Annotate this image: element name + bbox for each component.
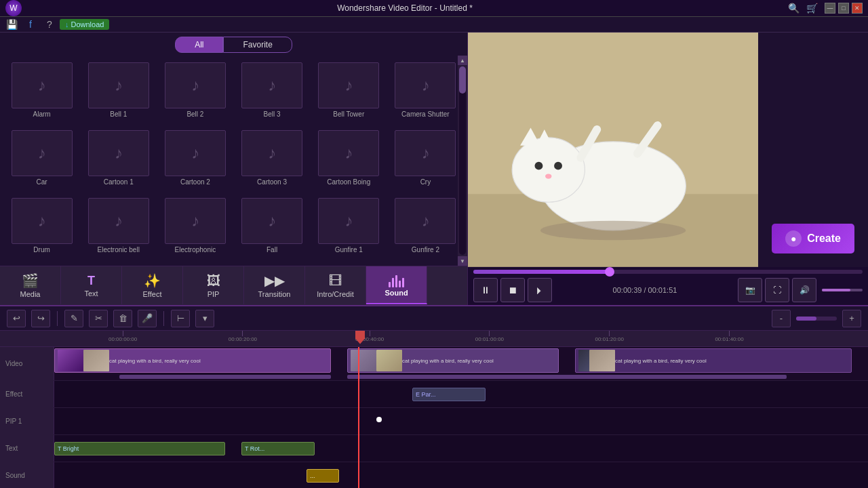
app-logo: W [5,0,22,16]
track-content-sound[interactable]: ... [54,462,868,488]
list-item[interactable]: ♪ Bell Tower [313,61,385,125]
edit-button[interactable]: ✎ [64,310,83,327]
delete-button[interactable]: 🗑 [113,310,132,327]
music-note-icon: ♪ [268,211,276,230]
cut-button[interactable]: ✂ [89,310,108,327]
minimize-button[interactable]: — [825,3,835,14]
zoom-in-button[interactable]: + [842,310,861,327]
list-item[interactable]: ♪ Fall [235,197,308,260]
text-clip[interactable]: T Rot... [241,442,315,455]
list-item[interactable]: ♪ Gunfire 1 [313,197,385,260]
tab-effect[interactable]: ✨ Effect [122,266,183,304]
text-icon: T [87,274,95,288]
close-button[interactable]: ✕ [852,3,863,14]
sound-label: Cartoon 3 [257,178,287,186]
playhead-marker[interactable] [355,331,365,344]
tab-sound[interactable]: Sound [366,266,427,304]
zoom-slider[interactable] [796,317,837,321]
scroll-track[interactable] [459,66,466,255]
video-clip[interactable]: cat playing with a bird, really very coo… [347,348,559,373]
redo-button[interactable]: ↪ [31,310,50,327]
cart-icon[interactable]: 🛒 [806,3,818,14]
music-note-icon: ♪ [191,211,199,230]
tab-media[interactable]: 🎬 Media [0,266,61,304]
app-container: W Wondershare Video Editor - Untitled * … [0,0,868,488]
list-item[interactable]: ♪ Car [5,129,78,192]
ruler-tick: 00:00:00:00 [108,331,137,342]
tab-transition[interactable]: ▶▶ Transition [244,266,305,304]
save-icon[interactable]: 💾 [3,17,20,32]
download-button[interactable]: ↓ Download [60,19,109,30]
list-item[interactable]: ♪ Cartoon Boing [313,129,385,192]
scroll-down-button[interactable]: ▼ [458,256,467,266]
sound-clip[interactable]: ... [307,469,339,483]
maximize-button[interactable]: □ [838,3,849,14]
svg-point-8 [534,162,542,170]
list-item[interactable]: ♪ Cartoon 2 [159,129,231,192]
tab-text[interactable]: T Text [61,266,122,304]
video-clip[interactable]: cat playing with a bird, really very coo… [575,348,852,373]
tick-line [242,331,243,336]
list-item[interactable]: ♪ Camera Shutter [389,61,462,125]
list-item[interactable]: ♪ Electrophonic [159,197,231,260]
snapshot-button[interactable]: 📷 [738,278,762,302]
sound-label: Bell 1 [110,110,127,118]
facebook-icon[interactable]: f [22,17,39,32]
music-note-icon: ♪ [191,144,199,163]
list-item[interactable]: ♪ Drum [5,197,78,260]
undo-button[interactable]: ↩ [7,310,26,327]
music-note-icon: ♪ [421,211,429,230]
stop-button[interactable]: ⏹ [500,278,525,302]
clip-thumbnail [589,350,615,371]
effect-clip[interactable]: E Par... [412,388,486,401]
track-content-text[interactable]: T Bright T Rot... [54,435,868,462]
track-row-video: Video cat playing with a bird, really ve… [0,347,868,381]
play-button[interactable]: ⏵ [528,278,552,302]
video-clip[interactable]: cat playing with a bird, really very coo… [54,348,331,373]
all-tab[interactable]: All [175,37,223,53]
music-note-icon: ♪ [191,76,199,95]
zoom-out-button[interactable]: - [772,310,791,327]
scroll-up-button[interactable]: ▲ [458,56,467,65]
effect-icon: ✨ [144,272,161,289]
fullscreen-button[interactable]: ⛶ [765,278,789,302]
music-note-icon: ♪ [38,211,46,230]
split-button[interactable]: ⊢ [171,310,190,327]
track-label-sound: Sound [0,462,54,488]
favorite-tab[interactable]: Favorite [223,37,292,53]
sound-scrollbar[interactable]: ▲ ▼ [458,56,467,266]
record-button[interactable]: 🎤 [138,310,157,327]
list-item[interactable]: ♪ Cry [389,129,462,192]
search-icon[interactable]: 🔍 [788,3,800,14]
pause-button[interactable]: ⏸ [473,278,498,302]
list-item[interactable]: ♪ Electronic bell [82,197,155,260]
list-item[interactable]: ♪ Bell 1 [82,61,155,125]
list-item[interactable]: ♪ Alarm [5,61,78,125]
ruler-tick: 00:01:40:00 [715,331,743,342]
scroll-thumb[interactable] [459,66,466,94]
volume-slider[interactable] [822,289,863,291]
progress-bar[interactable] [473,270,863,274]
list-item[interactable]: ♪ Cartoon 3 [235,129,308,192]
track-content-video[interactable]: cat playing with a bird, really very coo… [54,347,868,380]
tick-line [609,331,610,336]
list-item[interactable]: ♪ Cartoon 1 [82,129,155,192]
volume-icon[interactable]: 🔊 [792,278,816,302]
progress-handle[interactable] [605,267,614,277]
track-content-pip1[interactable] [54,408,868,434]
timeline-ruler: 00:00:00:00 00:00:20:00 00:00:40:00 00:0… [0,331,868,347]
sound-thumb: ♪ [165,130,226,176]
tab-pip[interactable]: 🖼 PIP [183,266,244,304]
list-item[interactable]: ♪ Gunfire 2 [389,197,462,260]
track-label-effect: Effect [0,381,54,407]
list-item[interactable]: ♪ Bell 3 [235,61,308,125]
help-icon[interactable]: ? [41,17,58,32]
list-item[interactable]: ♪ Bell 2 [159,61,231,125]
more-button[interactable]: ▾ [195,310,214,327]
track-row-effect: Effect E Par... [0,381,868,408]
playback-buttons: ⏸ ⏹ ⏵ [473,278,552,302]
tab-intro-credit[interactable]: 🎞 Intro/Credit [305,266,366,304]
create-button[interactable]: ● Create [772,224,854,253]
track-content-effect[interactable]: E Par... [54,381,868,407]
text-clip[interactable]: T Bright [54,442,225,455]
